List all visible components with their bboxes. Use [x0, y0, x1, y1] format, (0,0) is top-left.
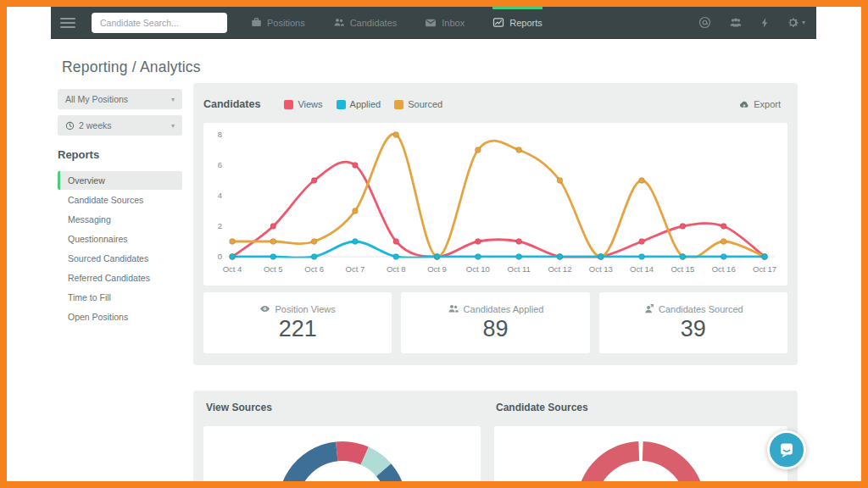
- chevron-down-icon: ▾: [171, 96, 175, 103]
- legend-swatch: [394, 100, 403, 109]
- chart-legend: ViewsAppliedSourced: [284, 99, 442, 109]
- lightning-button[interactable]: [760, 17, 769, 29]
- app-window: PositionsCandidatesInboxReports ▾ Report…: [0, 0, 868, 488]
- filter-dropdown-all-my-positions[interactable]: All My Positions▾: [58, 89, 182, 109]
- chart-icon: [492, 17, 504, 28]
- sidebar-item-overview[interactable]: Overview: [58, 171, 182, 190]
- gear-icon: [787, 16, 799, 29]
- stats-row: Position Views221Candidates Applied89Can…: [203, 292, 787, 353]
- svg-text:Oct 13: Oct 13: [589, 264, 613, 274]
- export-button[interactable]: Export: [733, 98, 786, 111]
- sidebar-filters: All My Positions▾2 weeks▾: [58, 89, 182, 136]
- hamburger-menu-icon[interactable]: [60, 7, 75, 38]
- sidebar-item-sourced-candidates[interactable]: Sourced Candidates: [58, 249, 182, 268]
- svg-text:8: 8: [218, 130, 222, 139]
- legend-item-views: Views: [284, 99, 322, 109]
- svg-text:Oct 7: Oct 7: [346, 264, 365, 274]
- envelope-icon: [425, 18, 437, 28]
- stat-value: 39: [681, 316, 706, 342]
- stat-card-candidates-sourced: Candidates Sourced39: [599, 292, 787, 353]
- series-views: [232, 162, 765, 258]
- candidate-sources-card: [494, 426, 787, 488]
- legend-item-sourced: Sourced: [394, 99, 442, 109]
- filter-dropdown-2-weeks[interactable]: 2 weeks▾: [58, 115, 182, 136]
- team-icon: [729, 17, 743, 29]
- stat-value: 221: [279, 316, 317, 342]
- view-sources-title: View Sources: [206, 402, 272, 413]
- nav-item-inbox[interactable]: Inbox: [425, 7, 465, 38]
- svg-text:0: 0: [218, 252, 222, 261]
- reports-heading: Reports: [58, 148, 182, 161]
- chart-header: Candidates ViewsAppliedSourced Export: [203, 93, 786, 115]
- team-button[interactable]: [729, 17, 743, 29]
- nav-item-reports[interactable]: Reports: [492, 7, 542, 38]
- sources-panel: View Sources Candidate Sources: [193, 391, 798, 488]
- legend-swatch: [284, 100, 293, 109]
- view-sources-donut-chart: [273, 436, 412, 488]
- reports-list: OverviewCandidate SourcesMessagingQuesti…: [58, 171, 182, 326]
- chevron-down-icon: ▾: [802, 19, 805, 26]
- stat-label: Position Views: [275, 304, 335, 314]
- eye-icon: [259, 304, 270, 313]
- svg-text:Oct 14: Oct 14: [630, 264, 654, 274]
- users-icon: [333, 17, 345, 28]
- clock-icon: [65, 121, 75, 130]
- page-title: Reporting / Analytics: [62, 58, 201, 76]
- sidebar-item-time-to-fill[interactable]: Time to Fill: [58, 288, 182, 307]
- chat-bubble-icon: [777, 441, 796, 459]
- candidate-search-input[interactable]: [92, 13, 227, 33]
- top-navbar: PositionsCandidatesInboxReports ▾: [51, 7, 816, 39]
- svg-text:Oct 15: Oct 15: [670, 264, 694, 274]
- svg-text:Oct 10: Oct 10: [466, 264, 490, 274]
- svg-text:Oct 11: Oct 11: [508, 264, 531, 274]
- candidate-sources-title: Candidate Sources: [496, 402, 588, 413]
- svg-text:Oct 5: Oct 5: [264, 264, 283, 274]
- svg-text:Oct 17: Oct 17: [753, 264, 776, 274]
- sidebar-item-candidate-sources[interactable]: Candidate Sources: [58, 191, 182, 209]
- sidebar-item-questionnaires[interactable]: Questionnaires: [58, 230, 182, 248]
- legend-item-applied: Applied: [337, 99, 381, 109]
- nav-item-candidates[interactable]: Candidates: [333, 7, 398, 38]
- nav-items: PositionsCandidatesInboxReports: [251, 7, 542, 38]
- stat-label: Candidates Sourced: [659, 304, 743, 314]
- legend-title: Candidates: [203, 98, 260, 110]
- candidates-line-chart-card: 02468Oct 4Oct 5Oct 6Oct 7Oct 8Oct 9Oct 1…: [203, 123, 787, 286]
- cloud-export-icon: [738, 99, 749, 110]
- at-icon: [698, 16, 711, 29]
- legend-swatch: [337, 100, 346, 109]
- svg-text:Oct 16: Oct 16: [712, 264, 736, 274]
- sidebar: All My Positions▾2 weeks▾ Reports Overvi…: [58, 89, 182, 327]
- stat-card-candidates-applied: Candidates Applied89: [401, 292, 589, 353]
- stat-card-position-views: Position Views221: [203, 292, 392, 353]
- svg-text:6: 6: [218, 160, 222, 169]
- chevron-down-icon: ▾: [171, 122, 175, 130]
- stat-label: Candidates Applied: [464, 304, 544, 314]
- chat-widget-button[interactable]: [767, 430, 806, 469]
- sidebar-item-referred-candidates[interactable]: Referred Candidates: [58, 269, 182, 287]
- nav-utility-icons: ▾: [698, 7, 805, 38]
- svg-text:2: 2: [218, 221, 222, 230]
- candidates-line-chart: 02468Oct 4Oct 5Oct 6Oct 7Oct 8Oct 9Oct 1…: [203, 123, 787, 286]
- svg-text:Oct 9: Oct 9: [427, 264, 447, 274]
- candidate-sources-donut-chart: [571, 436, 710, 488]
- briefcase-icon: [251, 17, 262, 28]
- svg-text:Oct 12: Oct 12: [548, 264, 571, 274]
- sidebar-item-open-positions[interactable]: Open Positions: [58, 308, 182, 326]
- svg-text:4: 4: [218, 191, 222, 200]
- gear-button[interactable]: ▾: [787, 16, 805, 29]
- svg-text:Oct 6: Oct 6: [304, 264, 324, 274]
- view-sources-card: [203, 426, 481, 488]
- at-button[interactable]: [698, 16, 711, 29]
- sidebar-item-messaging[interactable]: Messaging: [58, 210, 182, 229]
- stat-value: 89: [482, 316, 508, 342]
- overview-panel: Candidates ViewsAppliedSourced Export 02…: [193, 83, 798, 365]
- svg-text:Oct 4: Oct 4: [223, 264, 242, 274]
- users-icon: [448, 303, 459, 314]
- user-sourced-icon: [643, 303, 654, 314]
- lightning-icon: [760, 17, 769, 29]
- nav-item-positions[interactable]: Positions: [251, 7, 305, 38]
- svg-text:Oct 8: Oct 8: [387, 264, 406, 274]
